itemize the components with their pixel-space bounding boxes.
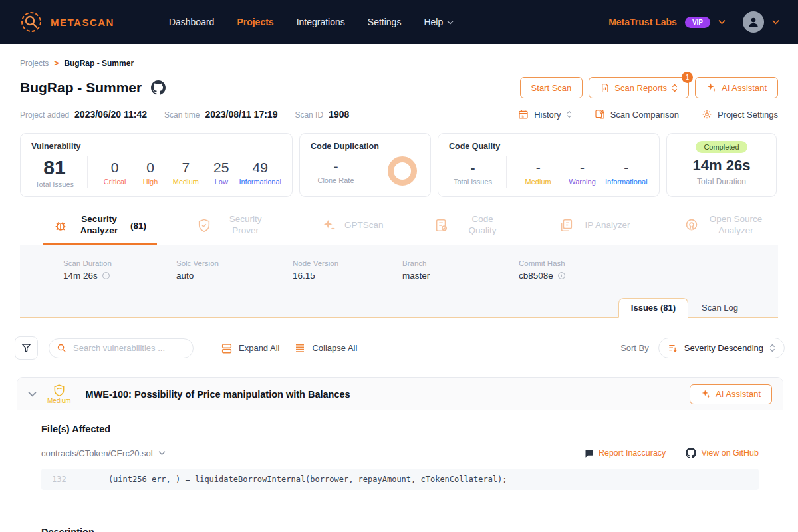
- tab-label: Code Quality: [457, 214, 509, 237]
- breadcrumb-projects[interactable]: Projects: [20, 59, 49, 68]
- tab-ip-analyzer[interactable]: IP Analyzer: [559, 206, 634, 245]
- chevron-down-icon: [447, 20, 454, 25]
- total-issues-value: 81: [31, 156, 78, 178]
- vulnerability-card-title: Vulnerability: [31, 142, 281, 151]
- scan-comparison-label: Scan Comparison: [610, 110, 679, 120]
- bug-icon: [53, 218, 68, 233]
- breadcrumb: Projects > BugRap - Summer: [20, 59, 778, 68]
- history-label: History: [534, 110, 561, 120]
- nav-account-area: MetaTrust Labs VIP: [608, 11, 779, 33]
- total-issues-label: Total Issues: [31, 180, 78, 188]
- sparkles-icon: [322, 218, 336, 233]
- divider: [17, 509, 783, 509]
- nav-item-projects[interactable]: Projects: [237, 17, 273, 27]
- cq-total-value: -: [449, 159, 497, 176]
- open-source-icon: [684, 218, 699, 233]
- tab-label: Open Source Analyzer: [707, 214, 765, 237]
- nav-item-integrations[interactable]: Integrations: [297, 17, 345, 27]
- tab-label: Security Prover: [219, 214, 271, 237]
- collapse-all-button[interactable]: Collapse All: [294, 342, 357, 354]
- nav-menu: Dashboard Projects Integrations Settings…: [169, 17, 454, 27]
- severity-label: Medium: [47, 397, 71, 404]
- cq-warning-stat: - Warning: [560, 159, 604, 186]
- code-duplication-title: Code Duplication: [311, 142, 420, 151]
- cq-informational-stat: - Informational: [604, 159, 648, 186]
- brand[interactable]: METASCAN: [19, 9, 114, 35]
- branch-detail: Branch master: [402, 259, 519, 281]
- informational-stat: 49 Informational: [239, 159, 281, 186]
- select-arrows-icon: [672, 84, 678, 92]
- chevron-down-icon[interactable]: [772, 19, 779, 25]
- low-stat: 25 Low: [203, 159, 239, 186]
- ai-assistant-button[interactable]: AI Assistant: [695, 77, 778, 98]
- avatar[interactable]: [743, 11, 764, 33]
- scan-details-strip: Scan Duration 14m 26s Solc Version auto …: [20, 245, 778, 318]
- report-file-icon: [600, 83, 610, 93]
- tab-gptscan[interactable]: GPTScan: [322, 206, 384, 245]
- medium-stat: 7 Medium: [168, 159, 203, 186]
- commit-hash-detail: Commit Hash cb8508e: [519, 259, 566, 281]
- github-icon: [686, 448, 696, 458]
- description-heading: Description: [41, 527, 759, 532]
- expand-all-button[interactable]: Expand All: [221, 342, 279, 354]
- search-input[interactable]: [49, 338, 194, 358]
- solc-version-detail: Solc Version auto: [176, 259, 293, 281]
- nav-item-dashboard[interactable]: Dashboard: [169, 17, 215, 27]
- critical-stat: 0 Critical: [97, 159, 132, 186]
- tab-security-prover[interactable]: Security Prover: [197, 206, 271, 245]
- status-badge: Completed: [696, 141, 747, 153]
- view-on-github-link[interactable]: View on GitHub: [686, 448, 759, 458]
- project-settings-button[interactable]: Project Settings: [702, 109, 778, 120]
- clone-rate-label: Clone Rate: [311, 176, 361, 184]
- breadcrumb-current: BugRap - Summer: [64, 59, 134, 68]
- code-line: (uint256 err, ) = liquidateBorrowInterna…: [89, 475, 507, 484]
- tab-open-source-analyzer[interactable]: Open Source Analyzer: [684, 206, 765, 245]
- project-added-label: Project added: [20, 110, 69, 120]
- ai-assistant-label: AI Assistant: [716, 389, 761, 399]
- code-snippet: 132 (uint256 err, ) = liquidateBorrowInt…: [41, 469, 759, 490]
- scan-duration-detail: Scan Duration 14m 26s: [63, 259, 176, 281]
- clone-rate-value: -: [311, 158, 361, 174]
- report-inaccuracy-label: Report Inaccuracy: [598, 448, 666, 458]
- cq-medium-stat: - Medium: [516, 159, 560, 186]
- nav-item-settings[interactable]: Settings: [368, 17, 402, 27]
- clone-rate-donut: [388, 156, 417, 186]
- history-button[interactable]: History: [518, 109, 571, 120]
- github-icon[interactable]: [151, 80, 166, 95]
- start-scan-button[interactable]: Start Scan: [520, 77, 583, 98]
- tab-label: IP Analyzer: [582, 220, 634, 231]
- select-arrows-icon: [567, 110, 572, 118]
- file-path-toggle[interactable]: contracts/CToken/CErc20.sol: [41, 448, 166, 458]
- chevron-down-icon[interactable]: [28, 391, 37, 397]
- vip-badge: VIP: [685, 17, 710, 28]
- scan-id-label: Scan ID: [295, 110, 323, 120]
- node-version-detail: Node Version 16.15: [293, 259, 402, 281]
- nav-item-help[interactable]: Help: [424, 17, 454, 27]
- info-icon[interactable]: [102, 271, 110, 280]
- top-nav: METASCAN Dashboard Projects Integrations…: [0, 0, 798, 44]
- tab-scan-log[interactable]: Scan Log: [688, 299, 751, 318]
- tab-code-quality[interactable]: Code Quality: [434, 206, 509, 245]
- funnel-icon: [21, 342, 32, 354]
- report-inaccuracy-link[interactable]: Report Inaccuracy: [584, 448, 666, 458]
- expand-all-label: Expand All: [239, 343, 279, 353]
- shield-check-icon: [197, 218, 211, 233]
- scan-reports-button[interactable]: Scan Reports 1: [589, 77, 689, 98]
- issue-header[interactable]: Medium MWE-100: Possibility of Price man…: [17, 378, 783, 410]
- copy-docs-icon: [559, 218, 574, 233]
- severity-badge: Medium: [47, 384, 71, 404]
- code-duplication-card: Code Duplication - Clone Rate: [299, 133, 431, 197]
- duration-card: Completed 14m 26s Total Duration: [666, 133, 777, 197]
- sort-select[interactable]: Severity Descending: [658, 338, 785, 358]
- project-added-value: 2023/06/20 11:42: [74, 109, 147, 120]
- info-icon[interactable]: [557, 271, 566, 280]
- breadcrumb-separator: >: [54, 59, 59, 68]
- tab-security-analyzer[interactable]: Security Analyzer (81): [53, 206, 146, 245]
- org-name[interactable]: MetaTrust Labs: [608, 17, 677, 27]
- tab-issues[interactable]: Issues (81): [618, 298, 688, 318]
- scan-comparison-button[interactable]: Scan Comparison: [595, 109, 679, 120]
- page-title: BugRap - Summer: [20, 80, 142, 96]
- filter-button[interactable]: [15, 336, 38, 360]
- issue-ai-assistant-button[interactable]: AI Assistant: [690, 384, 772, 404]
- chevron-down-icon[interactable]: [718, 19, 726, 25]
